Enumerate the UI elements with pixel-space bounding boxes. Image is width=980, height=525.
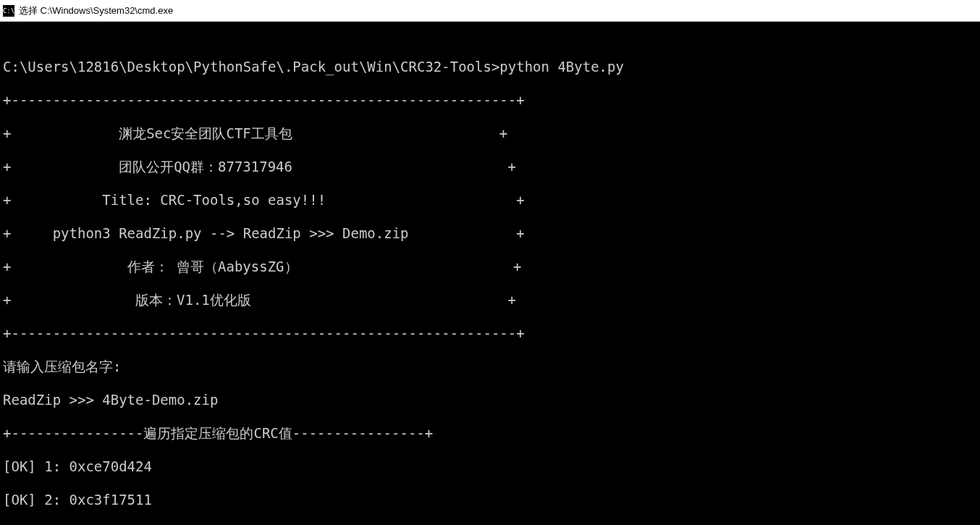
prompt-path: C:\Users\12816\Desktop\PythonSafe\.Pack_… — [3, 59, 499, 75]
input-prompt-label: 请输入压缩包名字: — [3, 358, 977, 375]
prompt-line: C:\Users\12816\Desktop\PythonSafe\.Pack_… — [3, 59, 977, 75]
banner-line-5: + 作者： 曾哥（AabyssZG） + — [3, 259, 977, 275]
banner-line-6: + 版本：V1.1优化版 + — [3, 292, 977, 308]
window-title: 选择 C:\Windows\System32\cmd.exe — [19, 4, 173, 17]
banner-border-bottom: +---------------------------------------… — [3, 325, 977, 342]
crc-entry: [OK] 1: 0xce70d424 — [3, 458, 977, 475]
terminal-output[interactable]: C:\Users\12816\Desktop\PythonSafe\.Pack_… — [0, 22, 980, 525]
cmd-icon: C:\ — [3, 5, 14, 17]
prompt-command: python 4Byte.py — [499, 59, 624, 75]
banner-line-1: + 渊龙Sec安全团队CTF工具包 + — [3, 125, 977, 142]
banner-line-3: + Title: CRC-Tools,so easy!!! + — [3, 192, 977, 209]
banner-border-top: +---------------------------------------… — [3, 92, 977, 109]
readzip-input-line: ReadZip >>> 4Byte-Demo.zip — [3, 392, 977, 408]
banner-line-2: + 团队公开QQ群：877317946 + — [3, 159, 977, 175]
section-header-crc-list: +----------------遍历指定压缩包的CRC值-----------… — [3, 425, 977, 442]
window-titlebar[interactable]: C:\ 选择 C:\Windows\System32\cmd.exe — [0, 0, 980, 22]
crc-entry: [OK] 2: 0xc3f17511 — [3, 492, 977, 508]
banner-line-4: + python3 ReadZip.py --> ReadZip >>> Dem… — [3, 225, 977, 242]
